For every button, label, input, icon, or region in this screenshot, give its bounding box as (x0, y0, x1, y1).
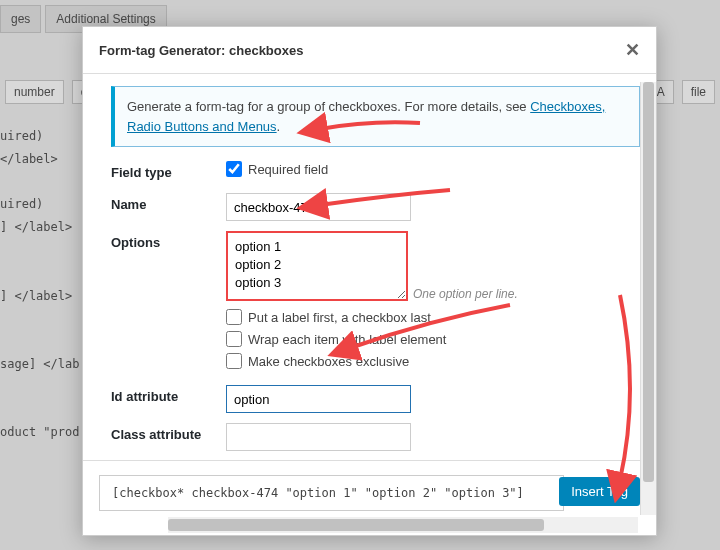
bg-chip-number: number (5, 80, 64, 104)
label-first-checkbox[interactable] (226, 309, 242, 325)
insert-tag-button[interactable]: Insert Tag (559, 477, 640, 506)
info-text: Generate a form-tag for a group of check… (127, 99, 530, 114)
options-textarea[interactable]: option 1 option 2 option 3 (226, 231, 408, 301)
label-options: Options (111, 231, 226, 250)
generated-tag-output[interactable]: [checkbox* checkbox-474 "option 1" "opti… (99, 475, 564, 511)
close-icon[interactable]: ✕ (625, 39, 640, 61)
label-field-type: Field type (111, 161, 226, 180)
class-attribute-input[interactable] (226, 423, 411, 451)
exclusive-text: Make checkboxes exclusive (248, 354, 409, 369)
exclusive-checkbox[interactable] (226, 353, 242, 369)
form-tag-generator-modal: Form-tag Generator: checkboxes ✕ Generat… (82, 26, 657, 536)
required-label: Required field (248, 162, 328, 177)
required-checkbox[interactable] (226, 161, 242, 177)
options-hint: One option per line. (413, 287, 518, 301)
label-name: Name (111, 193, 226, 212)
scrollbar-horizontal[interactable] (168, 517, 638, 533)
name-input[interactable] (226, 193, 411, 221)
bg-code-snippet: uired) </label> uired) ] </label> ] </la… (0, 125, 79, 444)
modal-body: Generate a form-tag for a group of check… (83, 74, 656, 460)
label-id-attr: Id attribute (111, 385, 226, 404)
wrap-text: Wrap each item with label element (248, 332, 446, 347)
info-text-post: . (277, 119, 281, 134)
modal-header: Form-tag Generator: checkboxes ✕ (83, 27, 656, 74)
bg-chip-file: file (682, 80, 715, 104)
bg-tab: ges (0, 5, 41, 33)
label-first-text: Put a label first, a checkbox last (248, 310, 431, 325)
info-notice: Generate a form-tag for a group of check… (111, 86, 640, 147)
modal-title: Form-tag Generator: checkboxes (99, 43, 303, 58)
wrap-checkbox[interactable] (226, 331, 242, 347)
label-class-attr: Class attribute (111, 423, 226, 442)
id-attribute-input[interactable] (226, 385, 411, 413)
